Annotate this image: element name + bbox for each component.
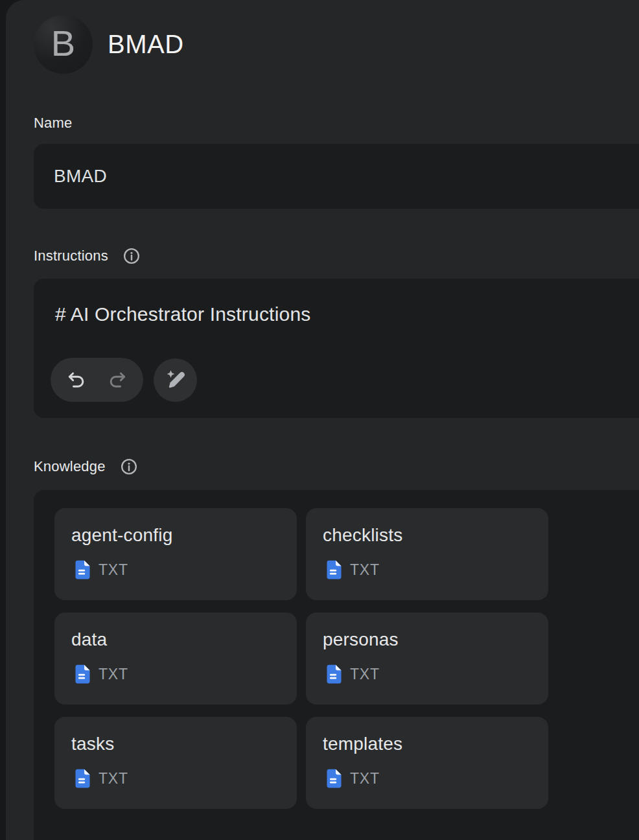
- undo-button[interactable]: [62, 366, 91, 394]
- knowledge-files-container: agent-config TXT checklists: [34, 490, 639, 840]
- file-type-row: TXT: [75, 664, 128, 684]
- file-name: data: [71, 629, 107, 650]
- instructions-text: # AI Orchestrator Instructions: [55, 303, 311, 325]
- instructions-label-row: Instructions: [34, 247, 141, 265]
- file-name: checklists: [323, 525, 402, 546]
- file-type-label: TXT: [99, 770, 128, 788]
- knowledge-file-card[interactable]: checklists TXT: [306, 508, 548, 600]
- file-name: templates: [323, 734, 402, 754]
- file-type-row: TXT: [75, 560, 128, 579]
- file-type-row: TXT: [327, 769, 380, 788]
- file-name: tasks: [71, 734, 114, 754]
- redo-icon: [107, 369, 128, 390]
- knowledge-file-card[interactable]: tasks TXT: [54, 717, 297, 809]
- file-type-row: TXT: [327, 560, 380, 579]
- file-type-label: TXT: [350, 561, 380, 579]
- gem-avatar: B: [34, 15, 93, 74]
- redo-button[interactable]: [103, 366, 132, 394]
- name-input-value: BMAD: [54, 166, 107, 187]
- file-type-label: TXT: [99, 561, 128, 579]
- knowledge-file-card[interactable]: agent-config TXT: [54, 508, 297, 600]
- txt-document-icon: [327, 769, 342, 788]
- knowledge-files-grid: agent-config TXT checklists: [54, 508, 548, 809]
- knowledge-label: Knowledge: [34, 458, 106, 475]
- page-title: BMAD: [108, 30, 184, 59]
- txt-document-icon: [75, 769, 90, 788]
- file-type-row: TXT: [75, 769, 128, 788]
- info-icon[interactable]: [120, 458, 138, 476]
- name-label: Name: [34, 115, 73, 132]
- file-name: agent-config: [71, 525, 173, 546]
- avatar-letter: B: [51, 25, 75, 62]
- gem-header: B BMAD: [34, 15, 184, 74]
- gem-editor-panel: B BMAD Name BMAD Instructions # AI Orche…: [6, 0, 639, 840]
- file-name: personas: [323, 629, 399, 650]
- txt-document-icon: [327, 664, 342, 684]
- knowledge-file-card[interactable]: personas TXT: [306, 612, 548, 705]
- undo-icon: [66, 369, 87, 390]
- knowledge-file-card[interactable]: data TXT: [54, 612, 297, 705]
- knowledge-file-card[interactable]: templates TXT: [306, 717, 548, 809]
- instructions-toolbar: [51, 358, 197, 402]
- name-input[interactable]: BMAD: [34, 144, 639, 209]
- file-type-label: TXT: [350, 666, 380, 683]
- gem-editor-screen: B BMAD Name BMAD Instructions # AI Orche…: [0, 0, 639, 840]
- instructions-editor[interactable]: # AI Orchestrator Instructions: [34, 279, 639, 418]
- name-label-row: Name: [34, 115, 73, 132]
- txt-document-icon: [75, 560, 90, 579]
- magic-rewrite-pencil-icon: [164, 368, 187, 391]
- file-type-row: TXT: [327, 664, 380, 684]
- txt-document-icon: [327, 560, 342, 579]
- file-type-label: TXT: [350, 770, 380, 788]
- txt-document-icon: [75, 664, 90, 684]
- rewrite-instructions-button[interactable]: [154, 358, 197, 402]
- instructions-label: Instructions: [34, 248, 108, 264]
- file-type-label: TXT: [99, 666, 128, 683]
- knowledge-label-row: Knowledge: [34, 458, 138, 476]
- undo-redo-group: [51, 358, 143, 402]
- info-icon[interactable]: [122, 247, 141, 265]
